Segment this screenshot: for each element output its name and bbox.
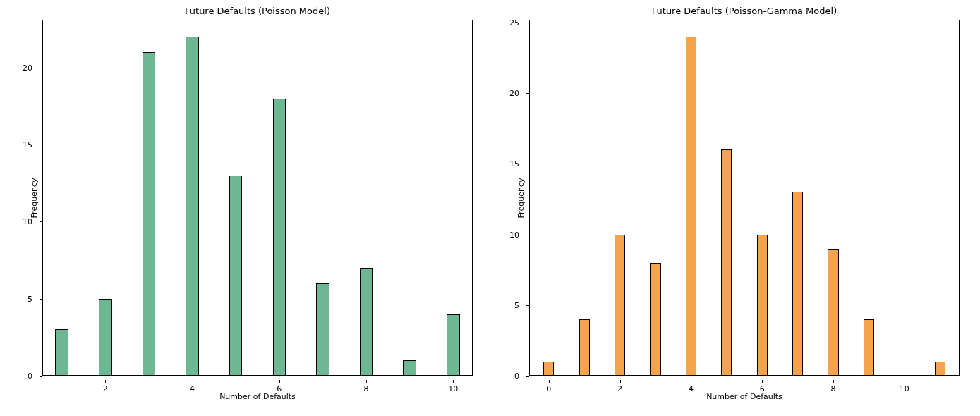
bar [360,268,373,376]
bar [55,329,68,376]
y-tick-label: 20 [509,89,519,98]
y-tick-label: 15 [509,159,519,169]
bar [615,235,625,376]
bar [935,362,945,376]
bar [229,176,242,376]
bar [686,37,696,376]
bar [447,314,459,376]
y-tick-label: 10 [23,217,32,226]
y-tick-label: 25 [509,18,519,27]
bar [99,299,111,376]
plot-title: Future Defaults (Poisson Model) [42,6,473,16]
y-axis-label: Frequency [516,178,526,218]
bar [792,192,803,376]
x-tick-label: 2 [103,384,108,393]
bars-group [529,20,960,376]
bars-group [42,20,473,376]
bar [273,99,286,377]
y-tick-label: 20 [23,63,32,73]
y-tick-label: 0 [514,372,519,381]
bar [403,360,416,376]
x-tick-label: 10 [448,384,458,393]
plot-title: Future Defaults (Poisson-Gamma Model) [529,6,960,16]
bar [650,263,660,376]
bar [143,52,155,376]
x-tick-label: 6 [277,384,282,393]
y-tick-label: 5 [514,301,519,310]
x-tick-label: 4 [689,384,694,393]
x-axis-label: Number of Defaults [529,392,960,401]
x-tick-label: 4 [190,384,195,393]
bar [579,319,590,376]
subplot-poisson: Future Defaults (Poisson Model) Number o… [42,20,473,376]
x-tick-label: 8 [831,384,836,393]
bar [186,37,198,376]
bar [864,319,874,376]
subplot-poisson-gamma: Future Defaults (Poisson-Gamma Model) Nu… [529,20,960,376]
y-tick-label: 0 [28,372,32,381]
y-tick-label: 5 [28,295,32,304]
bar [757,235,768,376]
x-tick-label: 0 [546,384,551,393]
y-tick-label: 10 [509,231,519,240]
x-tick-label: 8 [364,384,369,393]
bar [828,249,838,376]
bar [543,362,554,376]
x-tick-label: 2 [617,384,622,393]
bar [721,149,732,376]
y-tick-label: 15 [23,140,32,149]
figure: Future Defaults (Poisson Model) Number o… [0,0,980,416]
x-tick-label: 6 [760,384,765,393]
x-tick-label: 10 [900,384,909,393]
y-axis-label: Frequency [30,178,39,218]
bar [316,283,329,376]
